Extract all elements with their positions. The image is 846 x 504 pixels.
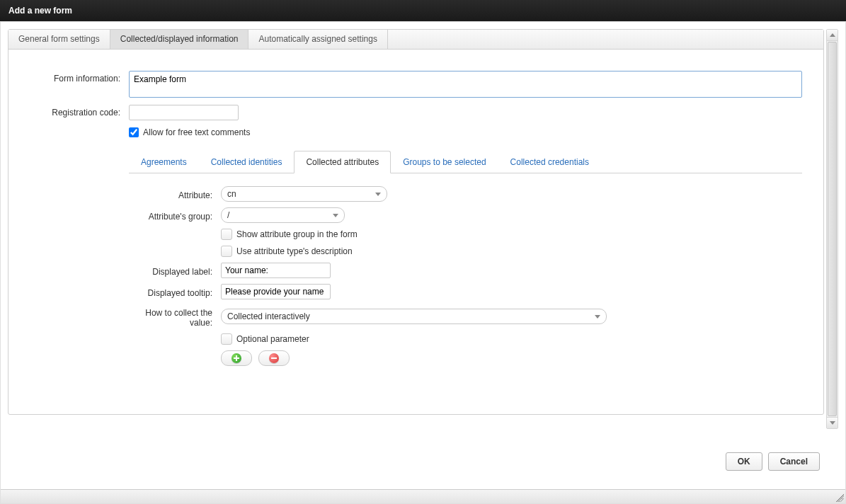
label-attribute: Attribute: [129, 188, 221, 200]
label-registration-code: Registration code: [30, 105, 129, 118]
scroll-up-button[interactable] [827, 30, 838, 41]
label-displayed-label: Displayed label: [129, 264, 221, 277]
label-how-to-collect: How to collect the value: [129, 305, 221, 328]
minus-icon [269, 353, 279, 363]
form-information-input[interactable]: <span></span> [129, 71, 802, 98]
remove-button[interactable] [258, 350, 290, 366]
label-attribute-group: Attribute's group: [129, 209, 221, 222]
tab-auto-assigned[interactable]: Automatically assigned settings [248, 30, 387, 49]
label-show-attribute-group: Show attribute group in the form [236, 229, 358, 239]
tab-general-settings[interactable]: General form settings [8, 30, 110, 49]
chevron-down-icon [333, 214, 338, 217]
attribute-group-select-value: / [227, 210, 229, 220]
dialog-buttons: OK Cancel [726, 452, 820, 471]
tab-content: Form information: <span></span> Registra… [8, 50, 823, 393]
subtab-collected-identities[interactable]: Collected identities [199, 151, 295, 173]
displayed-label-input[interactable] [221, 263, 331, 278]
subtab-agreements[interactable]: Agreements [129, 151, 199, 173]
registration-code-input[interactable] [129, 105, 239, 120]
chevron-up-icon [830, 33, 835, 37]
label-allow-free-text: Allow for free text comments [143, 127, 250, 137]
ok-button[interactable]: OK [726, 452, 762, 471]
window-title: Add a new form [8, 6, 72, 16]
label-use-type-description: Use attribute type's description [236, 246, 353, 256]
how-to-collect-select[interactable]: Collected interactively [221, 309, 607, 324]
add-button[interactable] [221, 350, 252, 366]
label-optional-parameter: Optional parameter [236, 334, 309, 344]
attribute-select-value: cn [227, 189, 236, 199]
status-bar [1, 489, 845, 503]
cancel-button[interactable]: Cancel [768, 452, 820, 471]
subtabs: Agreements Collected identities Collecte… [129, 150, 802, 173]
plus-icon [231, 353, 241, 363]
use-type-description-checkbox[interactable] [221, 246, 232, 257]
chevron-down-icon [830, 421, 835, 425]
vertical-scrollbar[interactable] [826, 29, 838, 429]
label-displayed-tooltip: Displayed tooltip: [129, 285, 221, 298]
scroll-down-button[interactable] [827, 417, 838, 428]
chevron-down-icon [375, 193, 381, 196]
subtab-collected-credentials[interactable]: Collected credentials [498, 151, 601, 173]
main-tabs: General form settings Collected/displaye… [8, 30, 823, 50]
attribute-form: Attribute: cn Attribute's group: / [129, 173, 802, 366]
subtab-collected-attributes[interactable]: Collected attributes [294, 151, 391, 173]
subtab-groups-selected[interactable]: Groups to be selected [391, 151, 498, 173]
attribute-group-select[interactable]: / [221, 207, 345, 223]
allow-free-text-checkbox[interactable] [129, 127, 139, 137]
chevron-down-icon [595, 315, 600, 319]
main-panel: General form settings Collected/displaye… [8, 29, 824, 415]
how-to-collect-value: Collected interactively [227, 311, 310, 321]
scroll-thumb[interactable] [828, 42, 837, 416]
displayed-tooltip-input[interactable] [221, 284, 331, 299]
attribute-select[interactable]: cn [221, 186, 387, 202]
dialog-body: General form settings Collected/displaye… [0, 21, 846, 504]
scroll-area: General form settings Collected/displaye… [8, 29, 824, 429]
titlebar: Add a new form [0, 0, 846, 21]
optional-parameter-checkbox[interactable] [221, 333, 232, 345]
label-form-information: Form information: [30, 71, 129, 84]
show-attribute-group-checkbox[interactable] [221, 229, 232, 240]
tab-collected-displayed[interactable]: Collected/displayed information [110, 30, 249, 49]
resize-grip-icon[interactable] [834, 492, 844, 502]
